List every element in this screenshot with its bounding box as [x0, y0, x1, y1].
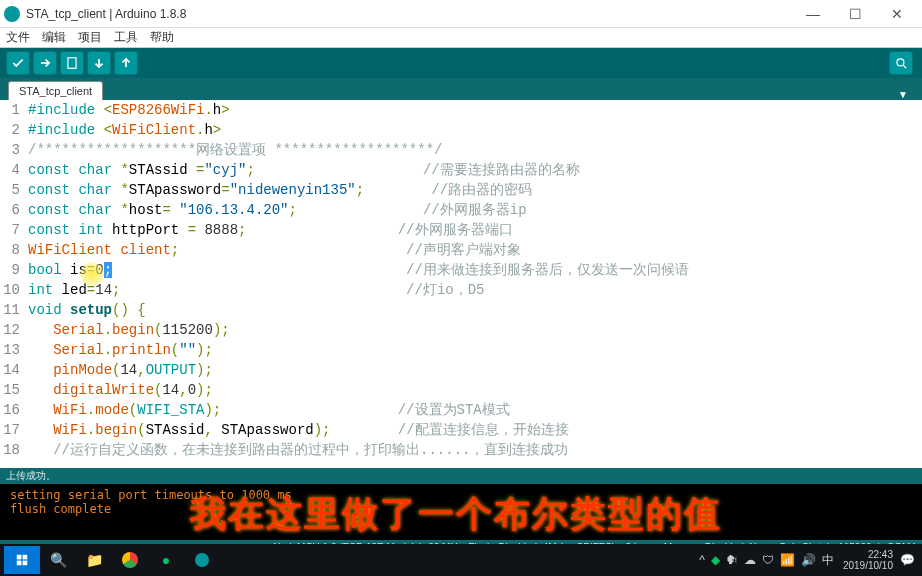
serial-monitor-button[interactable]: [889, 51, 913, 75]
line-number: 16: [0, 400, 28, 420]
code-content[interactable]: #include <ESP8266WiFi.h>: [28, 100, 922, 120]
verify-button[interactable]: [6, 51, 30, 75]
menu-help[interactable]: 帮助: [150, 29, 174, 46]
line-number: 13: [0, 340, 28, 360]
search-taskbar-icon[interactable]: 🔍: [40, 546, 76, 574]
code-content[interactable]: WiFiClient client; //声明客户端对象: [28, 240, 922, 260]
tray-wifi-icon[interactable]: 📶: [780, 553, 795, 567]
code-line[interactable]: 14 pinMode(14,OUTPUT);: [0, 360, 922, 380]
line-number: 2: [0, 120, 28, 140]
code-content[interactable]: const char *host= "106.13.4.20"; //外网服务器…: [28, 200, 922, 220]
svg-rect-3: [17, 555, 22, 560]
svg-rect-5: [17, 561, 22, 566]
menu-bar: 文件 编辑 项目 工具 帮助: [0, 28, 922, 48]
svg-rect-0: [68, 58, 76, 69]
line-number: 7: [0, 220, 28, 240]
tray-app-icon[interactable]: ◆: [711, 553, 720, 567]
code-content[interactable]: WiFi.begin(STAssid, STApassword); //配置连接…: [28, 420, 922, 440]
tray-bluetooth-icon[interactable]: 🗣: [726, 553, 738, 567]
tray-cloud-icon[interactable]: ☁: [744, 553, 756, 567]
highlight-marker: [80, 262, 104, 286]
svg-rect-4: [23, 555, 28, 560]
folder-taskbar-icon[interactable]: 📁: [76, 546, 112, 574]
upload-button[interactable]: [33, 51, 57, 75]
tray-volume-icon[interactable]: 🔊: [801, 553, 816, 567]
code-line[interactable]: 13 Serial.println("");: [0, 340, 922, 360]
line-number: 17: [0, 420, 28, 440]
toolbar: [0, 48, 922, 78]
console-output: setting serial port timeouts to 1000 ms …: [0, 484, 922, 540]
code-content[interactable]: WiFi.mode(WIFI_STA); //设置为STA模式: [28, 400, 922, 420]
menu-sketch[interactable]: 项目: [78, 29, 102, 46]
chrome-taskbar-icon[interactable]: [112, 546, 148, 574]
line-number: 18: [0, 440, 28, 460]
code-line[interactable]: 10int led=14; //灯io，D5: [0, 280, 922, 300]
line-number: 8: [0, 240, 28, 260]
tab-menu-arrow[interactable]: ▼: [892, 89, 914, 100]
menu-file[interactable]: 文件: [6, 29, 30, 46]
code-line[interactable]: 17 WiFi.begin(STAssid, STApassword); //配…: [0, 420, 922, 440]
menu-tools[interactable]: 工具: [114, 29, 138, 46]
svg-line-2: [903, 65, 906, 68]
line-number: 1: [0, 100, 28, 120]
arduino-taskbar-icon[interactable]: [184, 546, 220, 574]
code-content[interactable]: const int httpPort = 8888; //外网服务器端口: [28, 220, 922, 240]
sketch-tab[interactable]: STA_tcp_client: [8, 81, 103, 100]
code-line[interactable]: 9bool is=0; //用来做连接到服务器后，仅发送一次问候语: [0, 260, 922, 280]
code-line[interactable]: 3/*******************网络设置项 *************…: [0, 140, 922, 160]
code-line[interactable]: 4const char *STAssid ="cyj"; //需要连接路由器的名…: [0, 160, 922, 180]
code-content[interactable]: #include <WiFiClient.h>: [28, 120, 922, 140]
line-number: 11: [0, 300, 28, 320]
code-content[interactable]: /*******************网络设置项 **************…: [28, 140, 922, 160]
code-line[interactable]: 12 Serial.begin(115200);: [0, 320, 922, 340]
code-content[interactable]: Serial.println("");: [28, 340, 922, 360]
code-content[interactable]: digitalWrite(14,0);: [28, 380, 922, 400]
title-bar: STA_tcp_client | Arduino 1.8.8 — ☐ ✕: [0, 0, 922, 28]
minimize-button[interactable]: —: [792, 0, 834, 28]
notification-icon[interactable]: 💬: [900, 553, 915, 567]
code-content[interactable]: void setup() {: [28, 300, 922, 320]
code-content[interactable]: //运行自定义函数，在未连接到路由器的过程中，打印输出......，直到连接成功: [28, 440, 922, 460]
code-line[interactable]: 8WiFiClient client; //声明客户端对象: [0, 240, 922, 260]
wechat-taskbar-icon[interactable]: ●: [148, 546, 184, 574]
code-line[interactable]: 11void setup() {: [0, 300, 922, 320]
code-content[interactable]: int led=14; //灯io，D5: [28, 280, 922, 300]
tab-bar: STA_tcp_client ▼: [0, 78, 922, 100]
close-button[interactable]: ✕: [876, 0, 918, 28]
tray-up-icon[interactable]: ^: [699, 553, 705, 567]
line-number: 6: [0, 200, 28, 220]
subtitle-overlay: 我在这里做了一个布尔类型的值: [190, 490, 722, 539]
line-number: 10: [0, 280, 28, 300]
line-number: 14: [0, 360, 28, 380]
code-line[interactable]: 6const char *host= "106.13.4.20"; //外网服务…: [0, 200, 922, 220]
app-icon: [4, 6, 20, 22]
svg-rect-6: [23, 561, 28, 566]
line-number: 3: [0, 140, 28, 160]
code-line[interactable]: 16 WiFi.mode(WIFI_STA); //设置为STA模式: [0, 400, 922, 420]
code-editor[interactable]: 1#include <ESP8266WiFi.h>2#include <WiFi…: [0, 100, 922, 468]
save-button[interactable]: [114, 51, 138, 75]
code-line[interactable]: 7const int httpPort = 8888; //外网服务器端口: [0, 220, 922, 240]
maximize-button[interactable]: ☐: [834, 0, 876, 28]
code-line[interactable]: 2#include <WiFiClient.h>: [0, 120, 922, 140]
console-header: 上传成功。: [0, 468, 922, 484]
code-content[interactable]: const char *STApassword="nidewenyin135";…: [28, 180, 922, 200]
code-line[interactable]: 5const char *STApassword="nidewenyin135"…: [0, 180, 922, 200]
code-line[interactable]: 15 digitalWrite(14,0);: [0, 380, 922, 400]
svg-point-1: [897, 59, 904, 66]
start-button[interactable]: [4, 546, 40, 574]
new-button[interactable]: [60, 51, 84, 75]
taskbar-clock[interactable]: 22:43 2019/10/10: [843, 549, 897, 571]
code-content[interactable]: bool is=0; //用来做连接到服务器后，仅发送一次问候语: [28, 260, 922, 280]
tray-security-icon[interactable]: 🛡: [762, 553, 774, 567]
code-line[interactable]: 18 //运行自定义函数，在未连接到路由器的过程中，打印输出......，直到连…: [0, 440, 922, 460]
system-tray[interactable]: ^ ◆ 🗣 ☁ 🛡 📶 🔊 中 22:43 2019/10/10 💬: [696, 549, 918, 571]
menu-edit[interactable]: 编辑: [42, 29, 66, 46]
code-content[interactable]: const char *STAssid ="cyj"; //需要连接路由器的名称: [28, 160, 922, 180]
code-content[interactable]: pinMode(14,OUTPUT);: [28, 360, 922, 380]
line-number: 15: [0, 380, 28, 400]
open-button[interactable]: [87, 51, 111, 75]
code-content[interactable]: Serial.begin(115200);: [28, 320, 922, 340]
tray-ime-icon[interactable]: 中: [822, 552, 834, 569]
code-line[interactable]: 1#include <ESP8266WiFi.h>: [0, 100, 922, 120]
